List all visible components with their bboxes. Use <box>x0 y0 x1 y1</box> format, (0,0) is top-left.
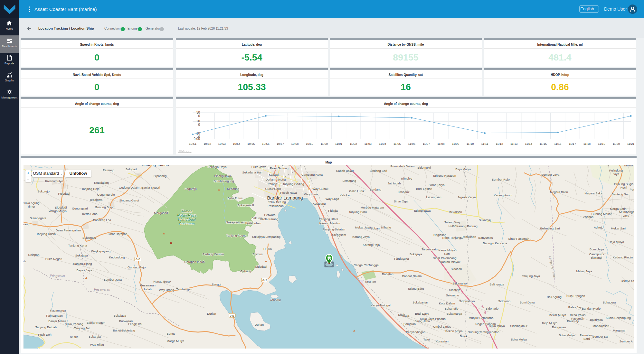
svg-text:Durian: Durian <box>255 323 264 326</box>
svg-text:Penyandingan: Penyandingan <box>406 330 426 334</box>
svg-text:Baktirasa: Baktirasa <box>590 318 603 321</box>
svg-text:Bayas Jaya: Bayas Jaya <box>76 268 92 272</box>
svg-text:Sumber Jaya: Sumber Jaya <box>104 278 122 281</box>
svg-text:Banjaran: Banjaran <box>403 322 416 326</box>
svg-text:Banjar Manis: Banjar Manis <box>48 319 66 323</box>
svg-text:Sumber Agung: Sumber Agung <box>214 179 234 183</box>
svg-text:Cipadang: Cipadang <box>154 174 167 178</box>
svg-text:11:04: 11:04 <box>379 142 386 145</box>
svg-text:Pringsewu: Pringsewu <box>50 274 65 278</box>
svg-text:Hutan Raya: Hutan Raya <box>177 213 197 217</box>
svg-text:Lengkukai: Lengkukai <box>128 322 142 326</box>
svg-text:Taman: Taman <box>181 209 193 213</box>
svg-text:10:54: 10:54 <box>233 142 240 145</box>
svg-text:Mekar Sari: Mekar Sari <box>611 227 626 230</box>
svg-text:Beringin Raya: Beringin Raya <box>207 165 227 169</box>
svg-text:Mekar Jaya: Mekar Jaya <box>355 226 371 229</box>
svg-text:Cilimus: Cilimus <box>252 252 262 256</box>
svg-text:Rantau Tijang: Rantau Tijang <box>73 262 92 266</box>
svg-text:Palas Jaya: Palas Jaya <box>568 305 583 309</box>
svg-text:Mandalasari: Mandalasari <box>592 324 609 328</box>
svg-text:Sinar Palembang: Sinar Palembang <box>433 256 457 260</box>
svg-text:Kedaton: Kedaton <box>488 330 499 334</box>
svg-text:Suban: Suban <box>371 227 379 230</box>
svg-text:Tambangan: Tambangan <box>176 287 192 291</box>
svg-text:Triharjo: Triharjo <box>381 226 391 229</box>
svg-text:Candipuro/: Candipuro/ <box>589 252 604 256</box>
svg-text:Tanjungratu: Tanjungratu <box>421 247 438 251</box>
svg-text:Suak: Suak <box>398 313 405 316</box>
svg-text:Sukajaya: Sukajaya <box>75 254 88 257</box>
svg-text:Sidomulyo: Sidomulyo <box>452 282 467 285</box>
svg-text:Budi Daya: Budi Daya <box>415 312 430 315</box>
svg-text:Tanjung Rejo: Tanjung Rejo <box>81 187 99 191</box>
svg-text:Kerta Sana: Kerta Sana <box>82 212 98 216</box>
svg-text:Tebajawa: Tebajawa <box>90 198 103 201</box>
svg-text:Sukabanjar: Sukabanjar <box>412 301 428 304</box>
svg-text:Balinuraga: Balinuraga <box>489 283 504 286</box>
svg-text:Jaya: Jaya <box>623 214 630 217</box>
svg-text:Tarahan: Tarahan <box>365 280 376 283</box>
svg-text:20: 20 <box>196 119 200 123</box>
svg-text:Sumber A: Sumber A <box>619 340 633 343</box>
svg-text:Rejo Mulyo: Rejo Mulyo <box>609 240 624 244</box>
svg-text:Sidomakmur: Sidomakmur <box>510 324 527 328</box>
svg-text:11:07: 11:07 <box>423 142 430 145</box>
svg-text:Negara Batin: Negara Batin <box>550 190 568 194</box>
svg-text:Bunut: Bunut <box>167 332 175 335</box>
svg-text:Sukarame II: Sukarame II <box>237 203 254 207</box>
svg-text:11:00: 11:00 <box>320 142 328 145</box>
svg-text:Suka Mulya: Suka Mulya <box>511 338 527 341</box>
svg-text:Sidodadi: Sidodadi <box>55 206 67 209</box>
svg-text:Waykepayang: Waykepayang <box>91 249 110 253</box>
svg-text:Harapan Indah: Harapan Indah <box>185 260 205 264</box>
svg-text:Sumber Rejo: Sumber Rejo <box>492 178 509 181</box>
svg-text:Sidowaluyo: Sidowaluyo <box>459 299 475 303</box>
svg-text:Sukajaya: Sukajaya <box>409 252 422 256</box>
svg-text:10:53: 10:53 <box>218 142 226 145</box>
svg-text:11:02: 11:02 <box>350 142 357 145</box>
svg-text:Siring Jaha: Siring Jaha <box>414 319 430 323</box>
svg-text:Sulan: Sulan <box>449 224 456 228</box>
svg-text:Sidorejo: Sidorejo <box>449 288 460 292</box>
svg-text:Gunung Mekar: Gunung Mekar <box>592 212 612 216</box>
svg-text:11:06: 11:06 <box>408 142 416 145</box>
svg-text:Gunung Sugih: Gunung Sugih <box>614 182 634 186</box>
svg-text:11:15: 11:15 <box>540 142 547 145</box>
svg-text:10:55: 10:55 <box>247 142 255 145</box>
svg-text:Jatibaru: Jatibaru <box>398 190 409 194</box>
svg-text:Indah: Indah <box>144 287 152 291</box>
svg-text:Babakan Loa: Babakan Loa <box>93 218 111 222</box>
svg-text:042: 042 <box>262 279 267 282</box>
svg-text:0: 0 <box>198 123 200 126</box>
svg-text:11:14: 11:14 <box>525 142 532 145</box>
svg-text:Sukapura: Sukapura <box>603 301 616 304</box>
svg-text:Timur: Timur <box>27 205 35 208</box>
svg-text:Sinar Harapan: Sinar Harapan <box>108 232 127 236</box>
svg-text:11:16: 11:16 <box>554 142 562 145</box>
svg-text:Rejo Mulyo: Rejo Mulyo <box>455 167 471 171</box>
svg-text:Pempen: Pempen <box>630 188 634 191</box>
svg-text:Pesawaran: Pesawaran <box>94 288 110 291</box>
svg-text:Beringin Kencana: Beringin Kencana <box>483 241 507 245</box>
svg-text:Karang Jaya: Karang Jaya <box>352 235 370 238</box>
svg-text:Talang Way: Talang Way <box>444 220 460 224</box>
svg-text:Banyumas: Banyumas <box>478 236 493 239</box>
svg-text:Tanjung Agung: Tanjung Agung <box>226 234 247 237</box>
svg-text:Sidoreno: Sidoreno <box>498 299 510 303</box>
svg-text:Sukanegara: Sukanegara <box>30 216 46 220</box>
svg-text:Bunut Seberang: Bunut Seberang <box>113 329 135 332</box>
svg-text:Way Lunik: Way Lunik <box>304 192 318 196</box>
svg-text:Parerejo: Parerejo <box>103 168 114 172</box>
svg-text:Bungkuk: Bungkuk <box>602 165 614 166</box>
svg-text:Sukadana Ham: Sukadana Ham <box>242 171 263 174</box>
svg-text:Palapa: Palapa <box>268 182 277 186</box>
svg-text:11:11: 11:11 <box>481 142 488 145</box>
svg-text:Rachman: Rachman <box>179 222 194 226</box>
svg-text:Tajur: Tajur <box>423 338 430 341</box>
svg-text:Gunung Rejo: Gunung Rejo <box>128 266 146 269</box>
svg-text:Banjar Negeri: Banjar Negeri <box>87 321 105 324</box>
svg-text:Purwodadi Dalam: Purwodadi Dalam <box>391 165 415 168</box>
svg-text:Bakung: Bakung <box>251 216 262 220</box>
svg-text:Asahan: Asahan <box>583 215 593 219</box>
